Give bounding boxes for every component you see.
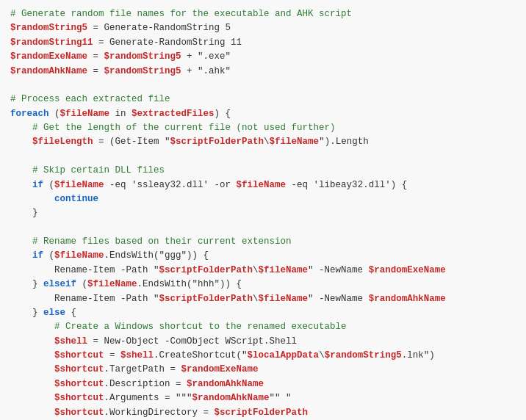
code-editor: # Generate random file names for the exe… bbox=[0, 0, 526, 420]
code-line: $shell = New-Object -ComObject WScript.S… bbox=[10, 335, 516, 349]
code-line: $fileLength = (Get-Item "$scriptFolderPa… bbox=[10, 135, 516, 149]
code-line: $randomString5 = Generate-RandomString 5 bbox=[10, 21, 516, 35]
code-line: # Get the length of the current file (no… bbox=[10, 121, 516, 135]
code-line: $shortcut = $shell.CreateShortcut("$loca… bbox=[10, 349, 516, 363]
code-line: $shortcut.Arguments = """$randomAhkName"… bbox=[10, 391, 516, 405]
code-line bbox=[10, 150, 516, 164]
code-line: Rename-Item -Path "$scriptFolderPath\$fi… bbox=[10, 292, 516, 306]
code-line: } elseif ($fileName.EndsWith("hhh")) { bbox=[10, 278, 516, 292]
code-line: # Rename files based on their current ex… bbox=[10, 235, 516, 249]
code-line: $shortcut.TargetPath = $randomExeName bbox=[10, 363, 516, 377]
code-line bbox=[10, 79, 516, 93]
code-line: # Skip certain DLL files bbox=[10, 164, 516, 178]
code-line: $shortcut.Description = $randomAhkName bbox=[10, 377, 516, 391]
code-line: continue bbox=[10, 192, 516, 206]
code-line: $shortcut.WorkingDirectory = $scriptFold… bbox=[10, 406, 516, 420]
code-line: if ($fileName -eq 'ssleay32.dll' -or $fi… bbox=[10, 178, 516, 192]
code-line: foreach ($fileName in $extractedFiles) { bbox=[10, 107, 516, 121]
code-line: # Create a Windows shortcut to the renam… bbox=[10, 320, 516, 334]
code-line: Rename-Item -Path "$scriptFolderPath\$fi… bbox=[10, 264, 516, 278]
code-line: $randomAhkName = $randomString5 + ".ahk" bbox=[10, 65, 516, 79]
code-line: if ($fileName.EndsWith("ggg")) { bbox=[10, 249, 516, 263]
code-line: $randomExeName = $randomString5 + ".exe" bbox=[10, 50, 516, 64]
code-line bbox=[10, 221, 516, 235]
code-line: $randomString11 = Generate-RandomString … bbox=[10, 36, 516, 50]
code-line: # Process each extracted file bbox=[10, 93, 516, 106]
code-line: # Generate random file names for the exe… bbox=[10, 7, 516, 21]
code-line: } else { bbox=[10, 306, 516, 320]
code-line: } bbox=[10, 206, 516, 220]
